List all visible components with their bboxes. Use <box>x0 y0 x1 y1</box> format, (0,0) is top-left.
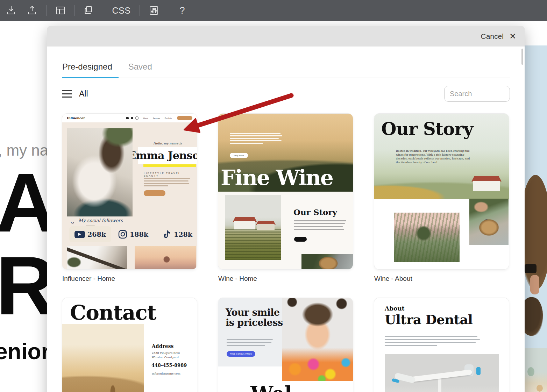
settings-button[interactable] <box>147 3 161 17</box>
template-picker-modal: Cancel ✕ Pre-designed Saved All <box>47 26 525 392</box>
modal-body: Pre-designed Saved All Influencer <box>47 62 525 392</box>
thumb-title: Your smile is priceless <box>226 308 287 328</box>
text-line-placeholder <box>230 140 282 141</box>
thumb-title: Contact <box>70 301 156 325</box>
template-caption: Wine - About <box>374 275 509 283</box>
text-line-placeholder <box>144 178 190 179</box>
css-button[interactable]: CSS <box>110 3 133 17</box>
thumb-portrait-photo <box>67 128 133 216</box>
instagram-icon <box>118 230 127 239</box>
tab-predesigned[interactable]: Pre-designed <box>62 62 112 78</box>
text-line-placeholder <box>230 135 282 136</box>
house-body <box>257 224 275 230</box>
thumb-partial-heading: Wel <box>250 382 292 392</box>
help-button[interactable]: ? <box>175 3 189 17</box>
tiktok-icon <box>163 230 171 239</box>
thumb-navbar: Influencer About Services Portfolio <box>62 114 197 122</box>
thumb-cta-pill <box>177 116 192 120</box>
download-button[interactable] <box>4 3 18 17</box>
house-body <box>234 221 255 229</box>
upload-button[interactable] <box>25 3 39 17</box>
template-card-wine-about[interactable]: Our Story Rooted in tradition, our viney… <box>374 114 509 269</box>
thumb-address-lines: 2338 Vineyard Blvd Winston Courtyard <box>152 351 180 359</box>
text-line-placeholder <box>385 336 477 337</box>
tab-saved[interactable]: Saved <box>128 62 152 78</box>
cancel-button[interactable]: Cancel <box>481 32 504 41</box>
layout-button[interactable] <box>54 3 68 17</box>
text-line-placeholder <box>230 138 279 139</box>
thumb-name-band: Emma Jenson <box>138 147 197 164</box>
css-label: CSS <box>112 6 131 16</box>
template-cell: Your smile is priceless FREE CONSULTATIO… <box>218 298 353 392</box>
sliders-icon <box>148 5 160 16</box>
tiktok-icon <box>131 117 133 119</box>
background-hero-photo <box>525 21 547 392</box>
toolbar-divider <box>74 5 75 16</box>
vineyard-rows <box>225 229 281 260</box>
thumb-gallery-photo <box>135 246 196 269</box>
thumb-hello-text: Hello, my name is <box>145 142 190 145</box>
thumb-about-button <box>294 237 307 242</box>
stat-mini-label <box>86 226 95 226</box>
close-icon[interactable]: ✕ <box>509 32 516 41</box>
thumb-tags: LIFESTYLE TRAVEL BEAUTY <box>144 172 197 177</box>
template-card-dental-about[interactable]: About Ultra Dental <box>374 298 509 392</box>
hero-photo-shirt-pattern <box>537 385 543 392</box>
thumb-gallery-photo <box>67 246 127 269</box>
address-line2: Winston Courtyard <box>152 355 180 359</box>
pages-icon <box>83 5 95 16</box>
filter-row: All <box>62 86 510 102</box>
text-line-placeholder <box>294 220 346 221</box>
tab-bar: Pre-designed Saved <box>62 62 510 78</box>
pages-button[interactable] <box>82 3 96 17</box>
thumb-arrow-doodle: ⤷ <box>70 219 76 226</box>
hero-photo-shirt-pattern <box>527 367 534 376</box>
thumb-consultation-button: FREE CONSULTATION <box>227 351 255 357</box>
template-card-wine-contact[interactable]: Contact Address 2338 Vineyard Blvd Winst… <box>62 298 197 392</box>
text-line-placeholder <box>294 223 345 224</box>
address-line1: 2338 Vineyard Blvd <box>152 351 180 355</box>
template-cell: Contact Address 2338 Vineyard Blvd Winst… <box>62 298 197 392</box>
layout-icon <box>55 5 66 16</box>
thumb-vineyard-path-photo <box>394 213 460 262</box>
background-partial-text: enior <box>0 338 50 364</box>
thumb-nav-about: About <box>143 117 148 119</box>
modal-scrollbar[interactable] <box>521 49 523 65</box>
template-cell: About Ultra Dental <box>374 298 509 392</box>
thumb-grape-basket-photo <box>469 199 509 245</box>
filter-all-label: All <box>79 89 88 99</box>
youtube-icon <box>126 117 129 119</box>
template-card-influencer-home[interactable]: Influencer About Services Portfolio Hell… <box>62 114 197 269</box>
thumb-hero-title: Fine Wine <box>221 165 333 190</box>
text-line-placeholder <box>230 133 280 134</box>
thumb-address-label: Address <box>152 343 174 349</box>
template-cell: Our Story Rooted in tradition, our viney… <box>374 114 509 283</box>
toolbar-divider <box>168 5 168 16</box>
stat-youtube: 268k <box>69 226 111 242</box>
text-line-placeholder <box>385 345 437 346</box>
thumb-house-photo <box>225 195 281 260</box>
thumb-name: Emma Jenson <box>128 149 197 162</box>
template-card-wine-home[interactable]: Shop Wines Fine Wine Our Story <box>218 114 353 269</box>
template-caption: Wine - Home <box>218 275 353 283</box>
stat-value: 128k <box>174 230 192 238</box>
toolbar-divider <box>140 5 140 16</box>
thumb-grape-photo <box>301 254 353 269</box>
top-toolbar: CSS ? <box>0 0 547 21</box>
thumb-story-title: Our Story <box>293 207 337 217</box>
category-filter[interactable]: All <box>62 89 88 99</box>
search-box <box>444 86 510 102</box>
text-line-placeholder <box>227 342 271 343</box>
thumb-girl-photo <box>282 298 353 381</box>
thumb-kicker: About <box>385 305 405 312</box>
youtube-icon <box>74 231 85 238</box>
search-input[interactable] <box>444 86 510 102</box>
text-line-placeholder <box>230 143 263 144</box>
stat-tiktok: 128k <box>163 226 192 242</box>
text-line-placeholder <box>385 342 476 343</box>
thumb-shop-button: Shop Wines <box>230 153 248 158</box>
template-card-dental-home[interactable]: Your smile is priceless FREE CONSULTATIO… <box>218 298 353 392</box>
stat-instagram: 188k <box>118 226 148 242</box>
thumb-dental-office-photo <box>385 354 499 392</box>
hero-photo-face <box>530 275 539 294</box>
